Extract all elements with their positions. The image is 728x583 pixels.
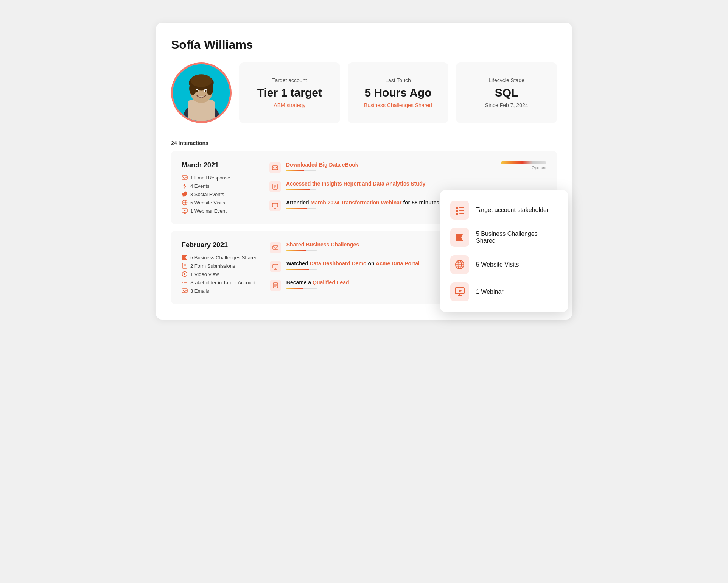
svg-rect-58 (459, 213, 464, 214)
timeline-march-month: March 2021 (182, 161, 257, 169)
event-text: Watched Data Dashboard Demo on Acme Data… (286, 260, 420, 267)
stat-card-lifecycle: Lifecycle Stage SQL Since Feb 7, 2024 (456, 62, 557, 123)
stat-card-last-touch: Last Touch 5 Hours Ago Business Challeng… (348, 62, 449, 123)
event-form-icon (269, 181, 281, 192)
svg-marker-19 (184, 210, 186, 211)
flag-icon (182, 254, 188, 260)
list-item: 1 Video View (182, 271, 258, 277)
floating-label: 1 Webinar (476, 288, 504, 295)
globe-icon (454, 259, 465, 270)
event-bar-progress (286, 208, 307, 209)
svg-marker-14 (183, 183, 187, 189)
floating-item: 1 Webinar (450, 282, 558, 301)
email-icon (272, 165, 278, 171)
list-item: 2 Form Submissions (182, 263, 258, 269)
list-item: 5 Business Challenges Shared (182, 254, 258, 260)
svg-point-53 (456, 207, 458, 209)
stat-value-target: Tier 1 target (257, 86, 322, 99)
event-email-icon (269, 162, 281, 173)
screen-icon (272, 263, 278, 270)
flag-icon (454, 232, 465, 243)
svg-point-55 (456, 210, 458, 212)
floating-insights-card: Target account stakeholder 5 Business Ch… (440, 190, 568, 312)
list-icon (454, 205, 465, 215)
event-title[interactable]: Accessed the Insights Report and Data An… (286, 181, 425, 187)
globe-icon (182, 200, 188, 206)
list-item: Stakeholder in Target Account (182, 279, 258, 285)
svg-point-8 (191, 74, 212, 87)
event-content: Accessed the Insights Report and Data An… (286, 180, 546, 190)
stat-label-lifecycle: Lifecycle Stage (488, 77, 524, 83)
stat-value-lifecycle: SQL (495, 86, 518, 99)
event-screen-icon (270, 261, 281, 272)
event-highlight[interactable]: Data Dashboard Demo (310, 260, 367, 267)
event-highlight[interactable]: March 2024 Transformation Webinar (311, 200, 402, 206)
event-bar-progress (286, 288, 303, 289)
event-highlight[interactable]: Qualified Lead (313, 279, 349, 285)
svg-rect-60 (456, 234, 457, 241)
stat-sub-lifecycle: Since Feb 7, 2024 (485, 102, 528, 108)
floating-label: 5 Business Challenges Shared (476, 231, 558, 244)
event-bar-progress (286, 170, 304, 171)
stakeholder-icon (182, 279, 188, 285)
bolt-icon (182, 183, 188, 189)
event-email-icon (270, 242, 281, 253)
svg-point-11 (196, 90, 198, 92)
form-icon (182, 263, 188, 269)
stat-value-touch: 5 Hours Ago (364, 86, 431, 99)
avatar (171, 62, 232, 123)
event-text: Attended March 2024 Transformation Webin… (286, 200, 439, 206)
svg-rect-44 (182, 289, 187, 293)
event-webinar-icon (269, 200, 281, 211)
svg-rect-46 (273, 264, 278, 268)
svg-rect-13 (182, 176, 187, 179)
event-bar-bg (286, 189, 316, 190)
floating-item: 5 Website Visits (450, 255, 558, 274)
event-bar-progress (286, 189, 310, 190)
floating-label: 5 Website Visits (476, 261, 519, 268)
profile-card: Sofía Williams (156, 23, 572, 320)
event-bar-bg (286, 170, 316, 171)
stat-sub-target[interactable]: ABM strategy (274, 102, 305, 108)
stat-label-touch: Last Touch (385, 77, 411, 83)
event-highlight2[interactable]: Acme Data Portal (376, 260, 420, 267)
webinar-icon (454, 287, 465, 297)
list-item: 5 Website Visits (182, 200, 257, 206)
stat-card-target-account: Target account Tier 1 target ABM strateg… (239, 62, 340, 123)
timeline-feb-left: February 2021 5 Business Challenges Shar… (182, 241, 258, 294)
progress-bar (501, 161, 546, 164)
event-form-icon (270, 280, 281, 291)
svg-marker-59 (456, 234, 463, 241)
email-icon (182, 175, 188, 181)
svg-point-12 (205, 90, 207, 92)
floating-label: Target account stakeholder (476, 207, 549, 214)
event-right: Opened (501, 161, 546, 170)
interactions-header: 24 Interactions (171, 134, 557, 151)
timeline-march-left: March 2021 1 Email Response 4 Events 3 S… (182, 161, 257, 214)
floating-icon-globe (450, 255, 469, 274)
email-icon (272, 245, 278, 251)
stat-sub-touch[interactable]: Business Challenges Shared (364, 102, 432, 108)
twitter-icon (182, 191, 188, 197)
event-title[interactable]: Shared Business Challenges (286, 242, 359, 248)
screen-icon (272, 203, 278, 209)
floating-icon-list (450, 201, 469, 220)
svg-marker-67 (459, 289, 462, 292)
floating-icon-webinar (450, 282, 469, 301)
webinar-icon (182, 208, 188, 214)
video-icon (182, 271, 188, 277)
event-text: Became a Qualified Lead (286, 279, 349, 285)
form-icon (272, 184, 278, 190)
event-row: Downloaded Big Data eBook Opened (269, 161, 546, 173)
list-item: 1 Webinar Event (182, 208, 257, 214)
event-title[interactable]: Downloaded Big Data eBook (286, 162, 358, 168)
event-bar-progress (286, 269, 309, 270)
svg-rect-54 (459, 207, 464, 208)
timeline-feb-month: February 2021 (182, 241, 258, 249)
floating-item: 5 Business Challenges Shared (450, 228, 558, 247)
page-title: Sofía Williams (171, 38, 557, 52)
svg-rect-56 (459, 210, 464, 211)
svg-marker-30 (182, 255, 187, 260)
event-bar-bg (286, 208, 316, 209)
svg-rect-45 (273, 246, 278, 249)
